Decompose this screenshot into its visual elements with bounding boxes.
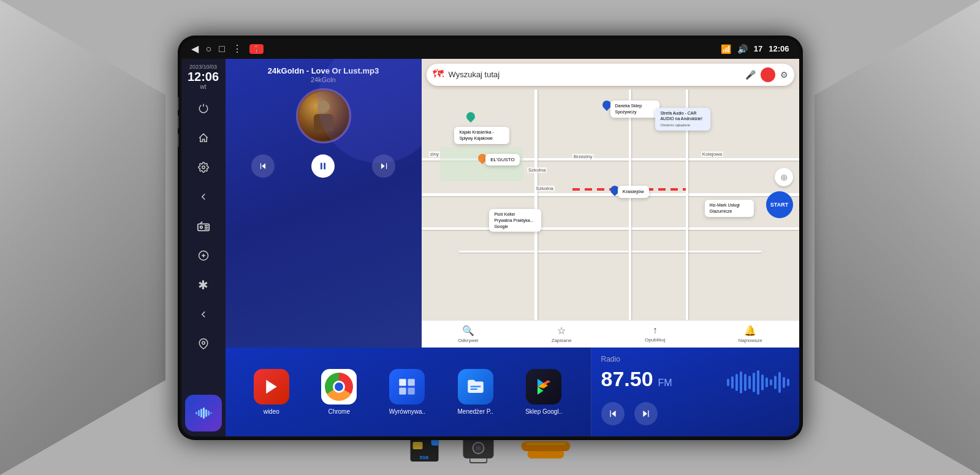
- chrome-inner-circle: [333, 381, 345, 393]
- maps-nav-zapisane[interactable]: ☆ Zapisane: [552, 325, 572, 343]
- clock: 12:06: [769, 44, 789, 53]
- svg-rect-22: [400, 387, 406, 394]
- bezel-btn-3[interactable]: [178, 134, 179, 147]
- recents-button[interactable]: □: [219, 44, 225, 55]
- svg-rect-24: [470, 386, 481, 387]
- sidebar-add-button[interactable]: [190, 242, 217, 269]
- svg-rect-21: [408, 379, 415, 386]
- sidebar-datetime: 2023/10/03 12:06 wt: [188, 64, 219, 90]
- odkrywei-label: Odkrywei: [458, 338, 478, 343]
- sidebar-back-button[interactable]: [190, 183, 217, 210]
- maps-mic-icon[interactable]: 🎤: [745, 70, 756, 80]
- trim-accessory: [521, 441, 570, 458]
- app-icon-chrome: [321, 369, 357, 405]
- app-item-video[interactable]: wideo: [254, 369, 289, 415]
- radio-next-button[interactable]: [634, 402, 658, 425]
- play-pause-button[interactable]: [311, 154, 335, 178]
- app-item-files[interactable]: Menedżer P..: [458, 369, 493, 415]
- apps-grid: wideo Chrome: [226, 348, 591, 436]
- prev-track-button[interactable]: [251, 154, 275, 178]
- radio-prev-button[interactable]: [601, 402, 625, 425]
- navigation-start-button[interactable]: START: [766, 191, 793, 218]
- camera-bracket: [469, 458, 487, 463]
- maps-widget: 🗺 🎤 ⚙: [422, 59, 799, 348]
- app-item-wyrownywarka[interactable]: Wyrównywa..: [389, 369, 425, 415]
- svg-rect-17: [321, 163, 322, 170]
- zapisane-icon: ☆: [557, 325, 566, 336]
- maps-search-bar[interactable]: 🗺 🎤 ⚙: [427, 64, 794, 86]
- camera-lens: [472, 442, 484, 454]
- svg-rect-23: [408, 387, 415, 394]
- app-icon-playstore: [526, 369, 561, 405]
- app-item-chrome[interactable]: Chrome: [321, 369, 357, 415]
- maps-shortcut-button[interactable]: 📍: [249, 44, 264, 54]
- location-center-button[interactable]: ◎: [775, 168, 793, 186]
- sidebar-settings-button[interactable]: [190, 154, 217, 181]
- map-label-brzeziny: Brzeziny: [572, 154, 594, 159]
- sidebar-radio-button[interactable]: [190, 213, 217, 240]
- sidebar-date: 2023/10/03: [188, 64, 219, 70]
- wave-bar-2: [731, 376, 734, 389]
- sidebar-time: 12:06: [188, 70, 219, 83]
- svg-rect-11: [198, 410, 200, 416]
- app-item-playstore[interactable]: Sklep Googl..: [525, 369, 562, 415]
- map-label-szkolna2: Szkolna: [534, 186, 554, 191]
- svg-rect-20: [400, 379, 406, 386]
- app-label-files: Menedżer P..: [458, 408, 493, 415]
- app-label-video: wideo: [264, 408, 279, 415]
- app-icon-files: [458, 369, 493, 405]
- app-icon-wyrownywarka: [389, 369, 425, 405]
- nav-buttons: ◀ ○ □ ⋮ 📍: [191, 43, 264, 55]
- bottom-row: wideo Chrome: [226, 348, 799, 436]
- svg-rect-15: [208, 411, 210, 416]
- sidebar-day: wt: [188, 83, 219, 90]
- map-background: ziny Szkolna Szkolna Brzeziny Kolejowa: [422, 89, 799, 320]
- radio-frequency-unit: FM: [658, 378, 672, 389]
- svg-marker-19: [266, 379, 277, 393]
- maps-search-input[interactable]: [449, 70, 740, 79]
- next-track-button[interactable]: [372, 154, 395, 178]
- car-body-right: [815, 0, 980, 475]
- wave-bar-5: [744, 374, 746, 391]
- home-button[interactable]: ○: [206, 44, 212, 55]
- sd-card-accessory: 5GB: [410, 438, 438, 462]
- status-indicators: 📶 🔊 17 12:06: [721, 44, 789, 54]
- map-content[interactable]: ziny Szkolna Szkolna Brzeziny Kolejowa: [422, 89, 799, 320]
- svg-point-2: [200, 226, 202, 229]
- bezel-btn-2[interactable]: [178, 115, 179, 129]
- maps-nav-opublikuj[interactable]: ↑ Opublikuj: [645, 325, 665, 343]
- app-icon-video: [254, 369, 289, 405]
- album-art-inner: [299, 91, 348, 140]
- radio-widget: Radio 87.50 FM: [591, 348, 799, 436]
- svg-rect-14: [205, 409, 207, 417]
- sidebar-back2-button[interactable]: [190, 301, 217, 328]
- maps-settings-icon[interactable]: ⚙: [780, 70, 788, 80]
- maps-nav-najnowsze[interactable]: 🔔 Najnowsze: [739, 325, 762, 343]
- maps-nav-odkrywei[interactable]: 🔍 Odkrywei: [458, 325, 478, 343]
- wave-bar-4: [740, 371, 742, 393]
- svg-rect-16: [210, 412, 212, 414]
- sd-label: 5GB: [420, 455, 428, 460]
- main-layout: 2023/10/03 12:06 wt: [181, 59, 799, 436]
- maps-record-button[interactable]: [761, 67, 775, 82]
- android-screen: ◀ ○ □ ⋮ 📍 📶 🔊 17 12:06 202: [181, 39, 799, 436]
- wave-bar-10: [765, 378, 768, 387]
- sidebar-location-button[interactable]: [190, 330, 217, 357]
- najnowsze-icon: 🔔: [744, 325, 756, 336]
- app-label-wyrownywarka: Wyrównywa..: [389, 408, 425, 415]
- sd-chip: [412, 442, 422, 449]
- accessories-bar: 5GB: [410, 437, 570, 463]
- trim-piece-top: [521, 441, 570, 451]
- more-button[interactable]: ⋮: [232, 43, 242, 55]
- top-row: 24kGoldn - Love Or Lust.mp3 24kGoln: [226, 59, 799, 348]
- wave-bar-13: [778, 372, 781, 393]
- sound-widget[interactable]: [185, 395, 222, 431]
- content-area: 24kGoldn - Love Or Lust.mp3 24kGoln: [226, 59, 799, 436]
- sidebar-bluetooth-button[interactable]: ✱: [190, 272, 217, 298]
- bezel-btn-1[interactable]: [178, 97, 179, 110]
- sidebar-home-button[interactable]: [190, 124, 217, 151]
- back-button[interactable]: ◀: [191, 43, 199, 55]
- physical-buttons: [178, 97, 179, 147]
- sidebar-power-button[interactable]: [190, 95, 217, 122]
- google-maps-logo: 🗺: [433, 68, 444, 81]
